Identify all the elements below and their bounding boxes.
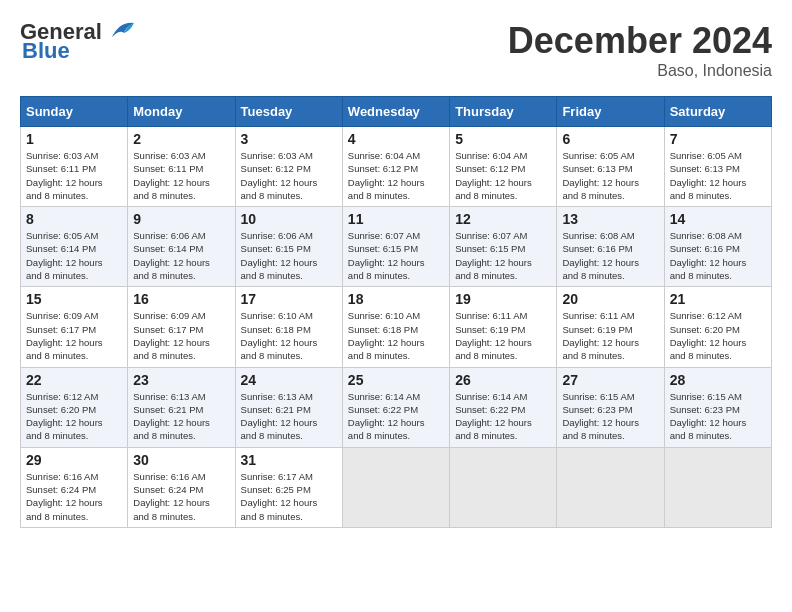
day-number: 25 (348, 372, 444, 388)
header-row: SundayMondayTuesdayWednesdayThursdayFrid… (21, 97, 772, 127)
day-number: 13 (562, 211, 658, 227)
header-day-sunday: Sunday (21, 97, 128, 127)
day-info: Sunrise: 6:04 AMSunset: 6:12 PMDaylight:… (348, 149, 444, 202)
day-info: Sunrise: 6:03 AMSunset: 6:11 PMDaylight:… (133, 149, 229, 202)
day-cell: 31 Sunrise: 6:17 AMSunset: 6:25 PMDaylig… (235, 447, 342, 527)
day-number: 27 (562, 372, 658, 388)
day-cell: 20 Sunrise: 6:11 AMSunset: 6:19 PMDaylig… (557, 287, 664, 367)
day-cell: 10 Sunrise: 6:06 AMSunset: 6:15 PMDaylig… (235, 207, 342, 287)
day-info: Sunrise: 6:05 AMSunset: 6:13 PMDaylight:… (670, 149, 766, 202)
day-cell (450, 447, 557, 527)
day-info: Sunrise: 6:08 AMSunset: 6:16 PMDaylight:… (670, 229, 766, 282)
day-cell: 17 Sunrise: 6:10 AMSunset: 6:18 PMDaylig… (235, 287, 342, 367)
day-info: Sunrise: 6:11 AMSunset: 6:19 PMDaylight:… (562, 309, 658, 362)
day-number: 9 (133, 211, 229, 227)
calendar-title: December 2024 (508, 20, 772, 62)
day-number: 14 (670, 211, 766, 227)
day-number: 16 (133, 291, 229, 307)
day-info: Sunrise: 6:11 AMSunset: 6:19 PMDaylight:… (455, 309, 551, 362)
title-area: December 2024 Baso, Indonesia (508, 20, 772, 80)
header-day-thursday: Thursday (450, 97, 557, 127)
header-day-saturday: Saturday (664, 97, 771, 127)
day-cell: 27 Sunrise: 6:15 AMSunset: 6:23 PMDaylig… (557, 367, 664, 447)
day-info: Sunrise: 6:05 AMSunset: 6:14 PMDaylight:… (26, 229, 122, 282)
day-cell: 2 Sunrise: 6:03 AMSunset: 6:11 PMDayligh… (128, 127, 235, 207)
day-number: 28 (670, 372, 766, 388)
day-number: 5 (455, 131, 551, 147)
day-cell: 3 Sunrise: 6:03 AMSunset: 6:12 PMDayligh… (235, 127, 342, 207)
header-day-tuesday: Tuesday (235, 97, 342, 127)
day-info: Sunrise: 6:12 AMSunset: 6:20 PMDaylight:… (26, 390, 122, 443)
day-cell (342, 447, 449, 527)
day-info: Sunrise: 6:17 AMSunset: 6:25 PMDaylight:… (241, 470, 337, 523)
day-number: 22 (26, 372, 122, 388)
day-number: 23 (133, 372, 229, 388)
day-cell: 19 Sunrise: 6:11 AMSunset: 6:19 PMDaylig… (450, 287, 557, 367)
day-cell: 12 Sunrise: 6:07 AMSunset: 6:15 PMDaylig… (450, 207, 557, 287)
day-cell: 24 Sunrise: 6:13 AMSunset: 6:21 PMDaylig… (235, 367, 342, 447)
day-cell: 15 Sunrise: 6:09 AMSunset: 6:17 PMDaylig… (21, 287, 128, 367)
logo-bird-icon (104, 19, 136, 41)
day-cell: 6 Sunrise: 6:05 AMSunset: 6:13 PMDayligh… (557, 127, 664, 207)
day-info: Sunrise: 6:08 AMSunset: 6:16 PMDaylight:… (562, 229, 658, 282)
week-row-4: 22 Sunrise: 6:12 AMSunset: 6:20 PMDaylig… (21, 367, 772, 447)
day-number: 4 (348, 131, 444, 147)
day-cell: 7 Sunrise: 6:05 AMSunset: 6:13 PMDayligh… (664, 127, 771, 207)
day-number: 19 (455, 291, 551, 307)
day-info: Sunrise: 6:03 AMSunset: 6:11 PMDaylight:… (26, 149, 122, 202)
day-info: Sunrise: 6:15 AMSunset: 6:23 PMDaylight:… (562, 390, 658, 443)
day-info: Sunrise: 6:05 AMSunset: 6:13 PMDaylight:… (562, 149, 658, 202)
day-info: Sunrise: 6:07 AMSunset: 6:15 PMDaylight:… (455, 229, 551, 282)
day-info: Sunrise: 6:10 AMSunset: 6:18 PMDaylight:… (241, 309, 337, 362)
day-number: 2 (133, 131, 229, 147)
day-cell: 14 Sunrise: 6:08 AMSunset: 6:16 PMDaylig… (664, 207, 771, 287)
day-cell: 8 Sunrise: 6:05 AMSunset: 6:14 PMDayligh… (21, 207, 128, 287)
day-cell: 28 Sunrise: 6:15 AMSunset: 6:23 PMDaylig… (664, 367, 771, 447)
header: General Blue December 2024 Baso, Indones… (20, 20, 772, 80)
day-number: 8 (26, 211, 122, 227)
calendar-table: SundayMondayTuesdayWednesdayThursdayFrid… (20, 96, 772, 528)
day-info: Sunrise: 6:14 AMSunset: 6:22 PMDaylight:… (348, 390, 444, 443)
day-cell: 26 Sunrise: 6:14 AMSunset: 6:22 PMDaylig… (450, 367, 557, 447)
day-cell: 22 Sunrise: 6:12 AMSunset: 6:20 PMDaylig… (21, 367, 128, 447)
header-day-monday: Monday (128, 97, 235, 127)
week-row-5: 29 Sunrise: 6:16 AMSunset: 6:24 PMDaylig… (21, 447, 772, 527)
week-row-3: 15 Sunrise: 6:09 AMSunset: 6:17 PMDaylig… (21, 287, 772, 367)
day-info: Sunrise: 6:09 AMSunset: 6:17 PMDaylight:… (26, 309, 122, 362)
day-info: Sunrise: 6:15 AMSunset: 6:23 PMDaylight:… (670, 390, 766, 443)
day-number: 18 (348, 291, 444, 307)
day-info: Sunrise: 6:07 AMSunset: 6:15 PMDaylight:… (348, 229, 444, 282)
calendar-subtitle: Baso, Indonesia (508, 62, 772, 80)
logo-blue: Blue (22, 38, 70, 64)
day-number: 21 (670, 291, 766, 307)
day-cell: 5 Sunrise: 6:04 AMSunset: 6:12 PMDayligh… (450, 127, 557, 207)
day-number: 20 (562, 291, 658, 307)
day-cell: 29 Sunrise: 6:16 AMSunset: 6:24 PMDaylig… (21, 447, 128, 527)
day-info: Sunrise: 6:03 AMSunset: 6:12 PMDaylight:… (241, 149, 337, 202)
day-info: Sunrise: 6:06 AMSunset: 6:14 PMDaylight:… (133, 229, 229, 282)
day-info: Sunrise: 6:09 AMSunset: 6:17 PMDaylight:… (133, 309, 229, 362)
day-number: 3 (241, 131, 337, 147)
day-cell: 16 Sunrise: 6:09 AMSunset: 6:17 PMDaylig… (128, 287, 235, 367)
day-info: Sunrise: 6:16 AMSunset: 6:24 PMDaylight:… (133, 470, 229, 523)
day-cell (664, 447, 771, 527)
day-info: Sunrise: 6:14 AMSunset: 6:22 PMDaylight:… (455, 390, 551, 443)
day-number: 6 (562, 131, 658, 147)
day-number: 24 (241, 372, 337, 388)
day-cell (557, 447, 664, 527)
day-number: 29 (26, 452, 122, 468)
day-info: Sunrise: 6:12 AMSunset: 6:20 PMDaylight:… (670, 309, 766, 362)
day-cell: 9 Sunrise: 6:06 AMSunset: 6:14 PMDayligh… (128, 207, 235, 287)
day-number: 15 (26, 291, 122, 307)
day-number: 1 (26, 131, 122, 147)
day-number: 17 (241, 291, 337, 307)
day-cell: 30 Sunrise: 6:16 AMSunset: 6:24 PMDaylig… (128, 447, 235, 527)
day-info: Sunrise: 6:13 AMSunset: 6:21 PMDaylight:… (241, 390, 337, 443)
day-cell: 18 Sunrise: 6:10 AMSunset: 6:18 PMDaylig… (342, 287, 449, 367)
day-info: Sunrise: 6:04 AMSunset: 6:12 PMDaylight:… (455, 149, 551, 202)
day-number: 12 (455, 211, 551, 227)
day-cell: 13 Sunrise: 6:08 AMSunset: 6:16 PMDaylig… (557, 207, 664, 287)
day-number: 30 (133, 452, 229, 468)
day-cell: 11 Sunrise: 6:07 AMSunset: 6:15 PMDaylig… (342, 207, 449, 287)
day-number: 10 (241, 211, 337, 227)
